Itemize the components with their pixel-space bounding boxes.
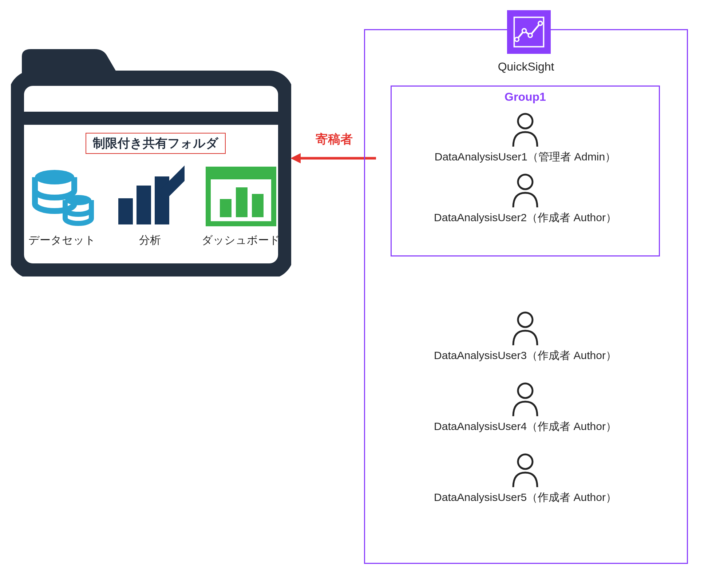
svg-rect-5	[136, 186, 151, 224]
svg-point-26	[518, 454, 533, 469]
group-user-2: DataAnalysisUser2（作成者 Author）	[392, 172, 659, 225]
user-icon	[509, 310, 542, 347]
folder-title: 制限付き共有フォルダ	[86, 133, 226, 154]
svg-rect-13	[236, 187, 248, 217]
group-panel: Group1 DataAnalysisUser1（管理者 Admin） Data…	[391, 85, 660, 256]
svg-point-22	[518, 114, 533, 128]
user-label: DataAnalysisUser4（作成者 Author）	[434, 419, 617, 434]
svg-rect-14	[252, 194, 264, 217]
analysis-icon	[115, 166, 185, 227]
svg-rect-12	[220, 199, 232, 217]
user-label: DataAnalysisUser2（作成者 Author）	[434, 210, 617, 225]
svg-rect-11	[208, 169, 274, 179]
dataset-label: データセット	[28, 233, 96, 248]
folder-item-dashboard: ダッシュボード	[202, 164, 280, 248]
svg-point-21	[538, 21, 542, 25]
svg-point-19	[522, 29, 526, 33]
analysis-label: 分析	[139, 233, 161, 248]
user-label: DataAnalysisUser1（管理者 Admin）	[435, 150, 616, 164]
dashboard-icon	[205, 166, 277, 227]
dashboard-label: ダッシュボード	[202, 233, 280, 248]
user-icon	[509, 381, 542, 418]
user-icon	[509, 452, 542, 489]
group-user-1: DataAnalysisUser1（管理者 Admin）	[392, 112, 659, 164]
svg-point-24	[518, 313, 533, 327]
svg-point-18	[515, 37, 519, 41]
user-label: DataAnalysisUser3（作成者 Author）	[434, 348, 617, 363]
outer-user-3: DataAnalysisUser3（作成者 Author）	[391, 310, 660, 363]
svg-point-23	[518, 175, 533, 189]
outer-users: DataAnalysisUser3（作成者 Author） DataAnalys…	[391, 292, 660, 505]
quicksight-panel: QuickSight Group1 DataAnalysisUser1（管理者 …	[364, 29, 688, 564]
dataset-icon	[29, 166, 95, 227]
outer-user-4: DataAnalysisUser4（作成者 Author）	[391, 381, 660, 434]
folder-items: データセット	[25, 164, 280, 248]
svg-point-3	[65, 195, 91, 205]
svg-point-20	[528, 33, 532, 37]
folder-item-analysis: 分析	[114, 164, 186, 248]
svg-point-2	[35, 170, 74, 184]
quicksight-title: QuickSight	[365, 60, 687, 73]
group-title: Group1	[392, 90, 659, 104]
svg-rect-4	[118, 198, 133, 224]
diagram-canvas: 制限付き共有フォルダ	[0, 0, 728, 573]
user-label: DataAnalysisUser5（作成者 Author）	[434, 490, 617, 505]
quicksight-icon	[507, 10, 551, 54]
svg-point-25	[518, 383, 533, 398]
user-icon	[509, 172, 542, 209]
svg-marker-16	[290, 153, 301, 163]
folder-item-dataset: データセット	[25, 164, 98, 248]
user-icon	[509, 112, 542, 148]
shared-folder: 制限付き共有フォルダ	[11, 44, 291, 276]
outer-user-5: DataAnalysisUser5（作成者 Author）	[391, 452, 660, 505]
